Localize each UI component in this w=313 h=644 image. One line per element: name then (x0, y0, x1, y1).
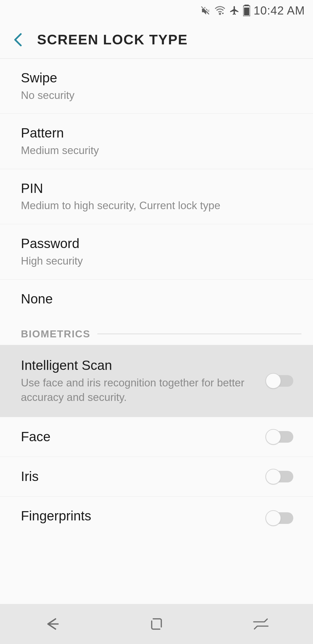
nav-recents-button[interactable] (235, 612, 287, 636)
nav-back-button[interactable] (26, 612, 78, 636)
biometric-iris[interactable]: Iris (0, 457, 313, 497)
intelligent-scan-toggle[interactable] (265, 372, 296, 390)
lock-type-password[interactable]: Password High security (0, 224, 313, 279)
back-arrow-icon (43, 615, 61, 633)
biometric-intelligent-scan[interactable]: Intelligent Scan Use face and iris recog… (0, 345, 313, 417)
recents-icon (252, 616, 270, 632)
face-toggle[interactable] (265, 428, 296, 446)
row-subtitle: High security (21, 254, 287, 268)
row-title: PIN (21, 180, 287, 197)
fingerprints-toggle[interactable] (265, 509, 296, 527)
chevron-left-icon (13, 33, 23, 46)
mute-vibrate-icon (200, 5, 211, 16)
svg-point-0 (219, 13, 221, 15)
biometric-fingerprints[interactable]: Fingerprints (0, 497, 313, 527)
biometrics-section-header: BIOMETRICS (0, 318, 313, 345)
airplane-mode-icon (229, 5, 240, 16)
row-subtitle: Medium to high security, Current lock ty… (21, 198, 287, 213)
row-title: Swipe (21, 70, 287, 86)
row-title: Intelligent Scan (21, 357, 257, 374)
section-label: BIOMETRICS (21, 328, 90, 340)
lock-type-none[interactable]: None (0, 280, 313, 319)
page-title: SCREEN LOCK TYPE (37, 32, 188, 48)
nav-home-button[interactable] (130, 612, 183, 636)
row-subtitle: No security (21, 88, 287, 103)
row-title: Fingerprints (21, 508, 257, 524)
row-title: Pattern (21, 125, 287, 142)
system-nav-bar (0, 604, 313, 644)
lock-type-pattern[interactable]: Pattern Medium security (0, 114, 313, 169)
svg-rect-3 (244, 8, 249, 15)
row-subtitle: Use face and iris recognition together f… (21, 376, 257, 405)
lock-type-swipe[interactable]: Swipe No security (0, 59, 313, 114)
status-bar: 10:42 AM (0, 0, 313, 21)
section-divider (97, 334, 301, 334)
biometric-face[interactable]: Face (0, 417, 313, 457)
app-header: SCREEN LOCK TYPE (0, 21, 313, 59)
row-title: Password (21, 235, 287, 252)
wifi-icon (214, 5, 226, 16)
lock-type-pin[interactable]: PIN Medium to high security, Current loc… (0, 169, 313, 224)
battery-icon (243, 5, 250, 16)
status-time: 10:42 AM (254, 4, 305, 17)
row-title: None (21, 291, 287, 307)
back-button[interactable] (9, 31, 27, 48)
row-subtitle: Medium security (21, 143, 287, 158)
lock-type-list: Swipe No security Pattern Medium securit… (0, 59, 313, 527)
row-title: Iris (21, 468, 257, 485)
row-title: Face (21, 428, 257, 445)
home-icon (148, 616, 165, 632)
iris-toggle[interactable] (265, 468, 296, 485)
